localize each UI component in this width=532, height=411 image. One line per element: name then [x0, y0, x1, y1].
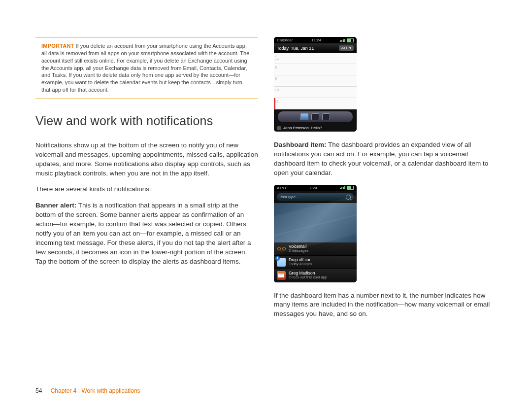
status-app-name: Calendar [277, 38, 293, 42]
quick-launch-icon[interactable] [322, 113, 330, 120]
status-bar: Calendar 11:24 [274, 37, 357, 43]
intro-paragraph: Notifications show up at the bottom of t… [35, 141, 258, 178]
page-number: 54 [35, 387, 42, 394]
calendar-row-current[interactable]: 11 [274, 98, 357, 109]
mail-icon [277, 271, 286, 280]
banner-alert-paragraph: Banner alert: This is a notification tha… [35, 201, 258, 266]
screenshot-calendar: Calendar 11:24 Today, Tue, Jan 11 ALL ▾ … [274, 37, 357, 132]
section-heading: View and work with notifications [35, 114, 258, 128]
calendar-row[interactable]: 9 [274, 75, 357, 87]
launcher-background [274, 203, 357, 242]
dashboard-item-email[interactable]: Greg Madison Check out this cool app [274, 269, 357, 282]
kinds-paragraph: There are several kinds of notifications… [35, 185, 258, 194]
dashboard-item-sub: Check out this cool app [289, 275, 327, 279]
right-column: Calendar 11:24 Today, Tue, Jan 11 ALL ▾ … [274, 37, 497, 326]
chat-icon [277, 126, 281, 130]
dashboard-number-paragraph: If the dashboard item has a number next … [274, 291, 497, 319]
status-time: 11:24 [311, 38, 321, 42]
chapter-label: Chapter 4 : Work with applications [51, 387, 140, 394]
important-note: IMPORTANT If you delete an account from … [35, 37, 258, 99]
battery-icon [347, 38, 354, 42]
signal-icon [340, 186, 345, 189]
important-label: IMPORTANT [41, 43, 74, 49]
banner-alert-text: This is a notification that appears in a… [35, 202, 251, 265]
banner-notification[interactable]: John Peterson: Hello? [274, 124, 357, 132]
calendar-filter-button[interactable]: ALL ▾ [339, 45, 354, 51]
banner-alert-term: Banner alert: [35, 202, 76, 209]
calendar-body: 7pm 8 9 10 11 [274, 53, 357, 109]
important-text: If you delete an account from your smart… [41, 43, 249, 93]
dashboard-item-sub: Today 4:00pm [289, 262, 312, 266]
left-column: IMPORTANT If you delete an account from … [35, 37, 258, 326]
quick-launch-icon[interactable] [300, 113, 308, 120]
quick-launch-icon[interactable] [311, 113, 319, 120]
badge-count: 2 [275, 256, 280, 261]
page-footer: 54 Chapter 4 : Work with applications [35, 387, 140, 394]
search-placeholder: Just type... [280, 195, 299, 199]
status-time: 7:24 [309, 186, 317, 190]
calendar-row[interactable]: 7pm [274, 53, 357, 64]
calendar-row[interactable]: 10 [274, 87, 357, 98]
quick-launch-bar [278, 111, 353, 122]
banner-message: John Peterson: Hello? [283, 126, 322, 130]
dashboard-item-paragraph: Dashboard item: The dashboard provides a… [274, 140, 497, 178]
voicemail-icon [277, 244, 286, 253]
wifi-icon [340, 39, 345, 42]
calendar-icon: 2 [277, 258, 286, 267]
status-carrier: AT&T [277, 186, 287, 190]
battery-icon [347, 186, 354, 190]
screenshot-dashboard: AT&T 7:24 Just type... Voicemail 2 messa… [274, 185, 357, 282]
calendar-header: Today, Tue, Jan 11 ALL ▾ [274, 43, 357, 53]
page: IMPORTANT If you delete an account from … [0, 0, 532, 345]
dashboard-item-term: Dashboard item: [274, 141, 327, 148]
calendar-date: Today, Tue, Jan 11 [277, 46, 314, 51]
status-bar: AT&T 7:24 [274, 185, 357, 191]
dashboard-item-calendar[interactable]: 2 Drop off car Today 4:00pm [274, 256, 357, 269]
calendar-row[interactable]: 8 [274, 64, 357, 75]
